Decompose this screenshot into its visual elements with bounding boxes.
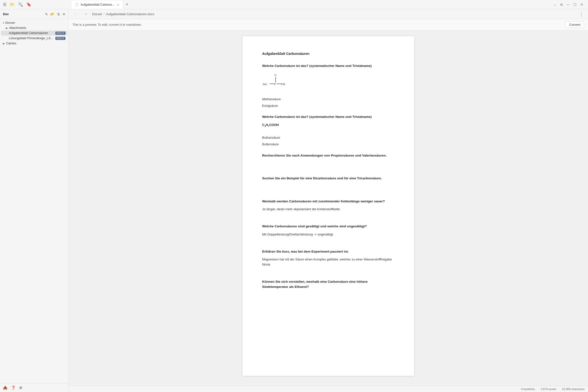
tabs-area: 📄 Aufgabenblatt Carbons... ✕ +: [72, 0, 554, 9]
word-count: 3.879 words: [541, 388, 556, 390]
tab-file-icon: 📄: [75, 3, 79, 6]
sidebar-item-loesungsblatt[interactable]: Lösungsblatt Primerdesign_LS_... DOCX: [1, 36, 68, 41]
collapse-icon[interactable]: ⇅: [57, 12, 60, 16]
minimize-button[interactable]: —: [566, 3, 570, 6]
chevron-right-icon: ▶: [3, 42, 5, 45]
formula-2: C3H7COOH: [262, 122, 394, 128]
svg-text:OH: OH: [281, 82, 285, 86]
maximize-button[interactable]: ☐: [574, 3, 576, 6]
sidebar-item-label: Lösungsblatt Primerdesign_LS_...: [9, 36, 54, 40]
sidebar-item-label: Aufgabenblatt Carbonsäuren: [9, 31, 54, 35]
sidebar-item-label: Calctex: [6, 42, 66, 45]
sidebar-toggle-icon[interactable]: ☰: [3, 2, 6, 7]
status-bar: 0 backlinks 3.879 words 22.969 character…: [68, 386, 588, 392]
sidebar-item-attachments[interactable]: ▶ Attachments: [1, 26, 68, 30]
document-page: Aufgabenblatt Carbonsäuren Welche Carbon…: [242, 36, 414, 376]
folder-icon[interactable]: 📁: [10, 2, 15, 7]
main-layout: Dev ✎ 📂 ⇅ ✕ ▾ Docxer ▶ Attachments Aufga…: [0, 9, 588, 392]
chevron-right-icon: ▶: [6, 27, 8, 30]
question-6: Welche Carbonsäuren sind gesättigt und w…: [262, 224, 394, 229]
help-icon[interactable]: ❓: [11, 386, 16, 390]
question-3: Recherchieren Sie nach Anwendungen von P…: [262, 153, 394, 158]
preview-message: This is a preview. To edit, convert it t…: [72, 23, 566, 26]
chevron-down-icon[interactable]: ⌄: [554, 3, 556, 6]
tab-close-button[interactable]: ✕: [116, 3, 120, 7]
sidebar-item-label: Docxer: [6, 21, 66, 24]
breadcrumb-separator: /: [104, 12, 104, 16]
active-tab[interactable]: 📄 Aufgabenblatt Carbons... ✕: [72, 0, 123, 9]
bookmark-icon[interactable]: 🔖: [26, 2, 31, 7]
backlinks-count: 0 backlinks: [521, 388, 535, 390]
more-options-icon[interactable]: ⋮: [578, 11, 585, 18]
sidebar-actions: ✎ 📂 ⇅ ✕: [45, 12, 66, 16]
question-1: Welche Carbonsäure ist das? (systematisc…: [262, 63, 394, 68]
import-icon[interactable]: 📥: [3, 386, 8, 390]
question-8: Können Sie sich vorstellen, weshalb eine…: [262, 279, 394, 290]
preview-bar: This is a preview. To edit, convert it t…: [68, 19, 588, 30]
sidebar-item-aufgabenblatt[interactable]: Aufgabenblatt Carbonsäuren DOCX: [1, 30, 68, 36]
chevron-down-icon: ▾: [3, 22, 4, 24]
split-view-icon[interactable]: ⧉: [560, 3, 562, 6]
content-toolbar: ← → Docxer / Aufgabenblatt Carbonsäuren.…: [68, 9, 588, 19]
answer-6: Mit Doppelbindung/Dreifachbindung -> ung…: [262, 232, 394, 237]
back-button[interactable]: ←: [72, 11, 79, 17]
tab-label: Aufgabenblatt Carbons...: [80, 3, 114, 6]
new-note-icon[interactable]: ✎: [45, 12, 48, 16]
sidebar: Dev ✎ 📂 ⇅ ✕ ▾ Docxer ▶ Attachments Aufga…: [0, 9, 68, 392]
breadcrumb: Docxer / Aufgabenblatt Carbonsäuren.docx: [92, 12, 575, 16]
answer-5: Je länger, desto mehr depolarisiert die …: [262, 207, 394, 212]
sidebar-item-label: Attachments: [9, 26, 66, 30]
new-tab-button[interactable]: +: [123, 0, 131, 9]
close-button[interactable]: ✕: [580, 3, 583, 6]
breadcrumb-root[interactable]: Docxer: [92, 12, 102, 16]
titlebar-left: ☰ 📁 🔍 🔖: [3, 2, 72, 7]
question-5: Weshalb werden Carbonsäuren mit zunehmen…: [262, 199, 394, 204]
answer-2b: Buttersäure: [262, 142, 394, 147]
convert-button[interactable]: Convert: [566, 21, 584, 28]
document-title: Aufgabenblatt Carbonsäuren: [262, 51, 394, 56]
sidebar-bottom: 📥 ❓ ⚙: [0, 384, 68, 392]
search-icon[interactable]: 🔍: [18, 2, 23, 7]
content-area: ← → Docxer / Aufgabenblatt Carbonsäuren.…: [68, 9, 588, 392]
svg-text:O: O: [274, 74, 276, 76]
answer-7: Magnesium hat mit der Säure einen Komple…: [262, 257, 394, 267]
character-count: 22.969 characters: [562, 388, 584, 390]
answer-2a: Buthansäure: [262, 135, 394, 140]
question-7: Erklären Sie kurz, was bei dem Experimen…: [262, 249, 394, 254]
answer-1a: Methansäure: [262, 97, 394, 102]
document-scroll-area[interactable]: Aufgabenblatt Carbonsäuren Welche Carbon…: [68, 30, 588, 386]
breadcrumb-file: Aufgabenblatt Carbonsäuren.docx: [106, 12, 154, 16]
chemical-structure: H₃C C O OH: [262, 72, 394, 93]
sidebar-header: Dev ✎ 📂 ⇅ ✕: [0, 9, 68, 19]
workspace-title: Dev: [3, 12, 9, 16]
titlebar: ☰ 📁 🔍 🔖 📄 Aufgabenblatt Carbons... ✕ + ⌄…: [0, 0, 588, 9]
svg-text:C: C: [274, 82, 276, 86]
question-4: Suchen Sie ein Beispiel für eine Dicarbo…: [262, 176, 394, 181]
titlebar-right: ⌄ ⧉ — ☐ ✕: [554, 3, 585, 6]
question-2: Welche Carbonsäure ist das? (systematisc…: [262, 114, 394, 120]
settings-icon[interactable]: ⚙: [19, 386, 22, 390]
forward-button[interactable]: →: [82, 11, 89, 17]
svg-text:H₃C: H₃C: [263, 82, 267, 86]
sidebar-item-calctex[interactable]: ▶ Calctex: [1, 41, 68, 46]
sidebar-file-tree: ▾ Docxer ▶ Attachments Aufgabenblatt Car…: [0, 19, 68, 384]
sidebar-close-icon[interactable]: ✕: [62, 12, 66, 16]
new-folder-icon[interactable]: 📂: [50, 12, 55, 16]
sidebar-item-docxer[interactable]: ▾ Docxer: [1, 20, 68, 25]
sidebar-item-badge-docx: DOCX: [55, 32, 66, 35]
answer-1b: Essigsäure: [262, 104, 394, 108]
sidebar-item-badge-docx: DOCX: [55, 37, 66, 40]
